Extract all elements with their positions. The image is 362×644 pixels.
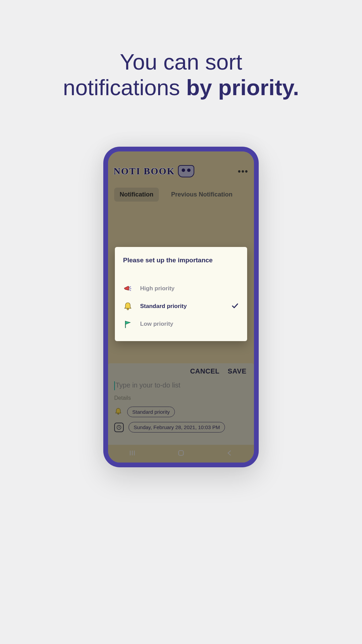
priority-label: Standard priority — [140, 303, 223, 310]
headline-line-1: You can sort — [0, 49, 362, 75]
priority-option-standard[interactable]: Standard priority — [123, 297, 239, 315]
priority-option-low[interactable]: Low priority — [123, 315, 239, 333]
svg-point-0 — [127, 308, 129, 310]
priority-label: Low priority — [140, 321, 239, 327]
screen: NOTI BOOK ••• Notification Previous Noti… — [108, 151, 254, 463]
headline-line-2: notifications by priority. — [0, 75, 362, 101]
marketing-headline: You can sort notifications by priority. — [0, 49, 362, 101]
priority-dialog: Please set up the importance High priori… — [115, 247, 247, 341]
priority-option-high[interactable]: High priority — [123, 280, 239, 297]
priority-label: High priority — [140, 285, 239, 292]
phone-frame: NOTI BOOK ••• Notification Previous Noti… — [103, 147, 259, 467]
check-icon — [231, 302, 239, 311]
megaphone-icon — [123, 284, 133, 293]
bell-icon — [123, 302, 133, 311]
dialog-title: Please set up the importance — [123, 257, 239, 264]
flag-icon — [123, 319, 133, 329]
